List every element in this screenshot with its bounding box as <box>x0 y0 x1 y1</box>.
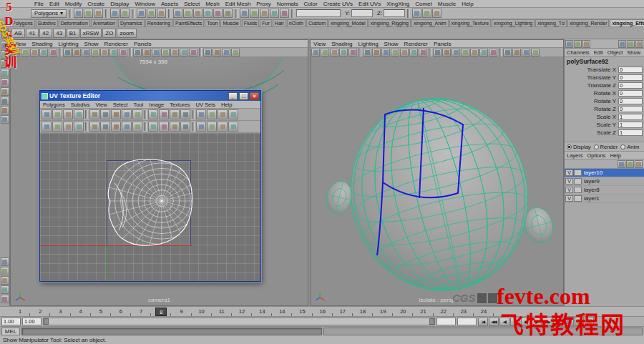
timeline-frame-6[interactable]: 6 <box>111 307 131 316</box>
use-default-material-icon[interactable] <box>189 49 197 56</box>
timeline-frame-18[interactable]: 18 <box>353 307 373 316</box>
channel-attribute-value[interactable]: 0 <box>618 98 643 104</box>
isolate-select-icon[interactable] <box>231 49 240 56</box>
bookmarks-icon[interactable] <box>39 49 48 56</box>
flip-u-icon[interactable] <box>42 109 52 119</box>
shelf-tab-ncloth[interactable]: nCloth <box>287 19 306 26</box>
paste-uvs-icon[interactable] <box>52 122 62 132</box>
cycle-uv-winding-icon[interactable] <box>89 122 99 132</box>
flip-v-icon[interactable] <box>52 109 62 119</box>
uv-menu-uv-sets[interactable]: UV Sets <box>193 102 219 108</box>
quick-selection-input[interactable] <box>296 9 341 17</box>
toggle-channel-box-icon[interactable] <box>432 9 441 18</box>
timeline-frame-16[interactable]: 16 <box>313 307 333 316</box>
four-pane-layout-icon[interactable] <box>1 285 9 294</box>
layer-row-layer8[interactable]: Vlayer8 <box>565 186 644 195</box>
timeline-frame-11[interactable]: 11 <box>212 307 232 316</box>
menu-create[interactable]: Create <box>84 1 107 7</box>
camera-attributes-icon[interactable] <box>30 49 39 56</box>
rotate-uv-cw-icon[interactable] <box>74 109 84 119</box>
wireframe-icon[interactable] <box>133 49 142 56</box>
shelf-tab-toon[interactable]: Toon <box>205 19 220 26</box>
panel-menu-panels[interactable]: Panels <box>131 41 154 47</box>
camera-attributes-icon[interactable] <box>330 49 338 56</box>
two-pane-side-layout-icon[interactable] <box>1 267 9 275</box>
paste-v-value-icon[interactable] <box>74 122 84 132</box>
bounding-box-icon[interactable] <box>170 49 179 56</box>
panel-menu-view[interactable]: View <box>311 41 328 47</box>
shelf-button-43[interactable]: 43 <box>53 29 66 38</box>
safe-action-icon[interactable] <box>409 49 418 56</box>
display-checker-icon[interactable] <box>132 122 142 132</box>
shelf-button-b1[interactable]: B1 <box>67 29 79 38</box>
open-scene-icon[interactable] <box>84 9 93 18</box>
go-to-start-button[interactable]: |◀ <box>478 318 488 326</box>
shelf-tab-animation[interactable]: Animation <box>91 19 117 26</box>
panel-menu-renderer[interactable]: Renderer <box>401 41 431 47</box>
timeline-frame-2[interactable]: 2 <box>30 307 50 316</box>
frame-all-icon[interactable] <box>148 122 158 132</box>
toggle-tool-settings-icon[interactable] <box>627 40 635 48</box>
shelf-tab-deformation[interactable]: Deformation <box>59 19 90 26</box>
select-by-object-type-icon[interactable] <box>147 9 156 18</box>
timeline-frame-17[interactable]: 17 <box>333 307 353 316</box>
set-key-icon[interactable] <box>565 317 574 326</box>
uv-snapshot-icon[interactable] <box>207 122 217 132</box>
pixel-snap-icon[interactable] <box>196 109 206 119</box>
channel-attribute-value[interactable]: 0 <box>618 74 643 81</box>
animation-preferences-icon[interactable] <box>585 317 594 326</box>
shade-uvs-icon[interactable] <box>122 122 132 132</box>
object-name[interactable]: polySurface92 <box>565 56 644 66</box>
layer-display-type-box[interactable] <box>574 169 582 176</box>
persp-outliner-layout-icon[interactable] <box>1 295 9 303</box>
shelf-button-42[interactable]: 42 <box>39 29 52 38</box>
timeline-frame-24[interactable]: 24 <box>474 307 494 316</box>
animation-start-field[interactable]: 1.00 <box>1 318 21 325</box>
layer-mode-anim[interactable]: Anim <box>620 144 639 150</box>
toggle-channel-box-icon[interactable] <box>635 40 643 48</box>
select-camera-icon[interactable] <box>311 49 320 56</box>
uv-value-u-icon[interactable] <box>170 122 180 132</box>
uv-menu-help[interactable]: Help <box>218 102 235 108</box>
smooth-shade-all-icon[interactable] <box>142 49 151 56</box>
align-uvs-icon[interactable] <box>159 109 169 119</box>
shelf-tab-subdivs[interactable]: Subdivs <box>36 19 58 26</box>
shelf-tab-dynamics[interactable]: Dynamics <box>118 19 145 26</box>
layer-visibility-toggle[interactable]: V <box>565 178 573 185</box>
step-forward-frame-button[interactable]: ▶▶ <box>542 318 552 326</box>
layer-display-type-box[interactable] <box>574 178 582 185</box>
minimize-button[interactable]: _ <box>228 92 238 100</box>
safe-title-icon[interactable] <box>119 49 127 56</box>
frame-selection-icon[interactable] <box>159 122 169 132</box>
layer-visibility-toggle[interactable]: V <box>565 169 573 176</box>
uv-menu-tool[interactable]: Tool <box>131 102 147 108</box>
wireframe-icon[interactable] <box>433 49 441 56</box>
paint-select-tool-icon[interactable] <box>1 59 9 68</box>
select-tool-icon[interactable] <box>1 41 9 49</box>
safe-title-icon[interactable] <box>419 49 427 56</box>
channel-manipulator-icon[interactable] <box>565 40 573 48</box>
safe-action-icon[interactable] <box>109 49 118 56</box>
ipr-render-icon[interactable] <box>270 9 279 18</box>
undo-icon[interactable] <box>110 9 119 18</box>
layer-mode-render[interactable]: Render <box>594 144 618 150</box>
unfold-uvs-icon[interactable] <box>170 109 180 119</box>
command-line-input[interactable] <box>21 328 322 335</box>
shelf-tab-muscle[interactable]: Muscle <box>220 19 240 26</box>
render-current-frame-icon[interactable] <box>260 9 269 18</box>
snap-to-grid-icon[interactable] <box>173 9 182 18</box>
display-rgb-channels-icon[interactable] <box>218 122 228 132</box>
resolution-gate-icon[interactable] <box>82 49 90 56</box>
shadows-icon[interactable] <box>213 49 221 56</box>
uv-texture-editor-window[interactable]: UV Texture Editor _□× PolygonsSubdivsVie… <box>39 90 261 282</box>
shelf-tab-xingxing-td[interactable]: xingxing_Td <box>535 19 567 26</box>
move-and-sew-uv-edges-icon[interactable] <box>122 109 132 119</box>
menu-comet[interactable]: Comet <box>412 1 435 7</box>
textured-icon[interactable] <box>479 49 488 56</box>
single-pane-layout-icon[interactable] <box>1 257 9 266</box>
menu-create-uvs[interactable]: Create UVs <box>321 1 356 7</box>
create-empty-layer-icon[interactable] <box>626 160 634 168</box>
dim-image-icon[interactable] <box>100 122 110 132</box>
snap-to-view-plane-icon[interactable] <box>213 9 223 18</box>
image-plane-icon[interactable] <box>49 49 57 56</box>
